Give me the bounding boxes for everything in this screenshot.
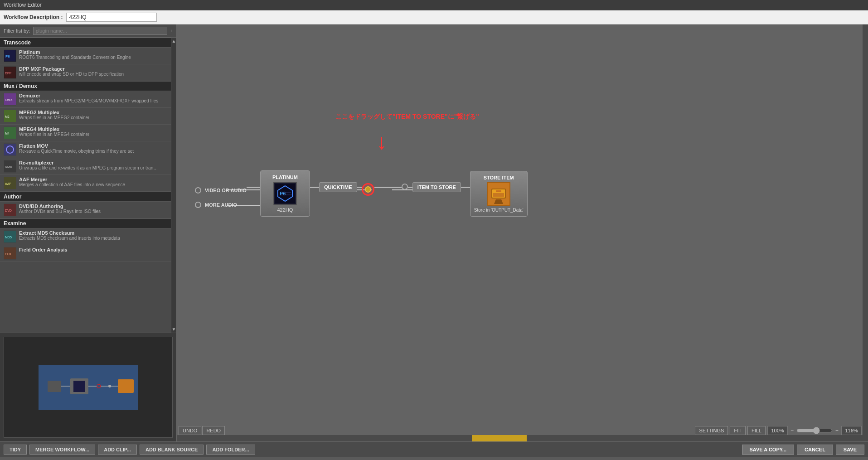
filter-input[interactable] — [33, 27, 167, 35]
plugin-mpeg2-icon: M2 — [4, 110, 16, 122]
video-audio-port: VIDEO OR AUDIO — [195, 187, 247, 194]
filter-label: Filter list by: — [4, 28, 30, 34]
plugin-mpeg4[interactable]: M4 MPEG4 Multiplex Wraps files in an MPE… — [0, 125, 171, 141]
category-author: Author — [0, 192, 171, 202]
v-scrollbar[interactable] — [863, 24, 868, 441]
category-mux-demux: Mux / Demux — [0, 81, 171, 91]
highlighted-port[interactable] — [362, 183, 374, 196]
plugin-remux-name: Re-multiplexer — [19, 160, 160, 165]
plugin-md5[interactable]: MD5 Extract MD5 Checksum Extracts MD5 ch… — [0, 228, 171, 245]
plugin-dvd-name: DVD/BD Authoring — [19, 203, 101, 209]
add-clip-button[interactable]: ADD CLIP... — [98, 445, 137, 455]
store-item-title: STORE ITEM — [484, 175, 514, 180]
plugin-dvd-icon: DVD — [4, 203, 16, 216]
bottom-toolbar: TIDY MERGE WORKFLOW... ADD CLIP... ADD B… — [0, 441, 868, 457]
plugin-demuxer[interactable]: DMX Demuxer Extracts streams from MPEG2/… — [0, 91, 171, 108]
plugin-flatten-desc: Re-save a QuickTime movie, obeying trims… — [19, 149, 134, 154]
plugin-dpp[interactable]: DPP DPP MXF Packager will encode and wra… — [0, 64, 171, 81]
video-audio-label: VIDEO OR AUDIO — [205, 188, 247, 193]
desc-label: Workflow Description : — [4, 14, 63, 20]
store-item-subtitle: Store in 'OUTPUT_Data' — [474, 208, 524, 213]
plugin-remux-icon: RMX — [4, 160, 16, 173]
plugin-flatten[interactable]: Flatten MOV Re-save a QuickTime movie, o… — [0, 141, 171, 158]
fit-button[interactable]: FIT — [730, 426, 746, 435]
scroll-down-arrow[interactable]: ▼ — [171, 326, 176, 333]
plugin-remux[interactable]: RMX Re-multiplexer Unwraps a file and re… — [0, 158, 171, 175]
desc-input[interactable] — [66, 13, 157, 22]
scroll-up-arrow[interactable]: ▲ — [171, 38, 176, 44]
plugin-md5-name: Extract MD5 Checksum — [19, 230, 120, 236]
plugin-aaf[interactable]: AAF AAF Merger Merges a collection of AA… — [0, 175, 171, 192]
plugin-aaf-name: AAF Merger — [19, 177, 125, 182]
svg-text:DPP: DPP — [5, 72, 12, 75]
h-scrollbar[interactable] — [177, 435, 863, 441]
plugin-dpp-name: DPP MXF Packager — [19, 66, 124, 72]
zoom-slider[interactable] — [796, 427, 833, 434]
input-ports: VIDEO OR AUDIO MORE AUDIO — [195, 187, 247, 208]
plugin-demuxer-icon: DMX — [4, 93, 16, 106]
plugin-mpeg2-desc: Wraps files in an MPEG2 container — [19, 115, 89, 120]
annotation-text: ここをドラッグして"ITEM TO STORE"に"繋げる" — [335, 113, 479, 121]
left-panel: Filter list by: + Transcode P6 Platinum — [0, 24, 177, 441]
plugin-mpeg4-name: MPEG4 Multiplex — [19, 126, 89, 132]
undo-button[interactable]: UNDO — [179, 426, 201, 435]
more-audio-port: MORE AUDIO — [195, 202, 247, 208]
plugin-platinum-desc: ROOT6 Transcoding and Standards Conversi… — [19, 55, 131, 60]
svg-text:P6: P6 — [5, 54, 10, 58]
fill-button[interactable]: FILL — [747, 426, 766, 435]
plugin-dvd-desc: Author DVDs and Blu Rays into ISO files — [19, 209, 101, 214]
output-port-circle[interactable] — [402, 184, 408, 190]
zoom-plus-icon[interactable]: + — [834, 427, 839, 434]
svg-text:M4: M4 — [5, 132, 10, 135]
cancel-button[interactable]: CANCEL — [797, 445, 833, 455]
category-examine: Examine — [0, 218, 171, 228]
redo-button[interactable]: REDO — [202, 426, 225, 435]
svg-rect-47 — [493, 193, 504, 197]
thumbnail-panel — [0, 333, 176, 441]
plugin-aaf-desc: Merges a collection of AAF files into a … — [19, 182, 125, 187]
plugin-flatten-icon — [4, 143, 16, 156]
svg-text:DMX: DMX — [5, 98, 13, 102]
settings-button[interactable]: SETTINGS — [695, 426, 728, 435]
more-audio-circle[interactable] — [195, 202, 201, 208]
filter-bar: Filter list by: + — [0, 24, 176, 38]
svg-text:MD5: MD5 — [5, 236, 12, 239]
h-scroll-thumb[interactable] — [472, 435, 527, 441]
canvas-area[interactable]: ここをドラッグして"ITEM TO STORE"に"繋げる" ↓ VIDEO O… — [177, 24, 868, 441]
platinum-node-icon: P6 — [273, 182, 297, 205]
zoom-100-display: 100% — [767, 426, 788, 435]
add-blank-source-button[interactable]: ADD BLANK SOURCE — [140, 445, 204, 455]
port-dot — [365, 186, 371, 193]
plugin-dpp-desc: will encode and wrap SD or HD to DPP spe… — [19, 72, 124, 77]
thumbnail-canvas — [4, 337, 173, 438]
title-text: Workflow Editor — [4, 2, 42, 8]
store-item-node[interactable]: STORE ITEM Store in 'OUTPUT_Data' — [470, 171, 528, 217]
plugin-mpeg4-desc: Wraps files in an MPEG4 container — [19, 132, 89, 137]
zoom-minus-icon[interactable]: − — [790, 427, 795, 434]
svg-point-31 — [108, 385, 111, 387]
canvas-undo-redo: UNDO REDO — [179, 426, 225, 435]
filter-expand-icon[interactable]: + — [170, 28, 173, 34]
quicktime-label: QUICKTIME — [319, 182, 357, 192]
merge-workflow-button[interactable]: MERGE WORKFLOW... — [29, 445, 95, 455]
platinum-node[interactable]: PLATINUM P6 422HQ — [260, 170, 310, 217]
arrow-down-icon: ↓ — [376, 131, 387, 153]
add-folder-button[interactable]: ADD FOLDER... — [206, 445, 255, 455]
category-transcode: Transcode — [0, 38, 171, 48]
plugin-field-name: Field Order Analysis — [19, 247, 68, 252]
plugin-md5-desc: Extracts MD5 checksum and inserts into m… — [19, 236, 120, 241]
plugin-platinum[interactable]: P6 Platinum ROOT6 Transcoding and Standa… — [0, 48, 171, 64]
plugin-mpeg2[interactable]: M2 MPEG2 Multiplex Wraps files in an MPE… — [0, 108, 171, 125]
tidy-button[interactable]: TIDY — [4, 445, 27, 455]
video-audio-circle[interactable] — [195, 187, 201, 194]
save-copy-button[interactable]: SAVE A COPY... — [742, 445, 795, 455]
plugin-mpeg2-name: MPEG2 Multiplex — [19, 110, 89, 115]
plugin-field[interactable]: FLD Field Order Analysis — [0, 245, 171, 262]
title-bar: Workflow Editor — [0, 0, 868, 10]
plugin-dvd[interactable]: DVD DVD/BD Authoring Author DVDs and Blu… — [0, 202, 171, 218]
description-bar: Workflow Description : — [0, 10, 868, 24]
plugin-aaf-icon: AAF — [4, 177, 16, 189]
left-scrollbar[interactable]: ▲ ▼ — [171, 38, 176, 333]
save-button[interactable]: SAVE — [836, 445, 864, 455]
zoom-level-display: 116% — [841, 426, 862, 435]
